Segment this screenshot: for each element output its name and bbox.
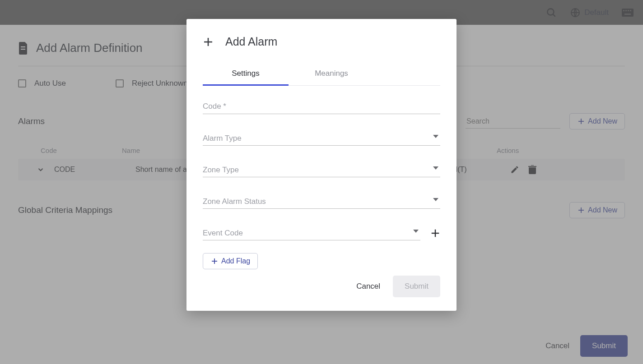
tab-settings[interactable]: Settings	[203, 63, 289, 86]
event-code-select[interactable]: Event Code	[203, 226, 420, 240]
code-field[interactable]: Code *	[203, 100, 440, 114]
modal-cancel-button[interactable]: Cancel	[356, 282, 380, 291]
plus-icon	[203, 37, 214, 47]
modal-submit-button: Submit	[393, 276, 440, 297]
zone-alarm-status-field[interactable]: Zone Alarm Status	[203, 194, 440, 209]
code-input[interactable]	[203, 100, 440, 114]
zone-alarm-status-select[interactable]: Zone Alarm Status	[203, 194, 440, 209]
alarm-type-select[interactable]: Alarm Type	[203, 131, 440, 146]
zone-type-select[interactable]: Zone Type	[203, 163, 440, 177]
event-code-field[interactable]: Event Code	[203, 226, 420, 240]
add-alarm-modal: Add Alarm Settings Meanings Code * Alarm…	[186, 19, 457, 311]
add-event-code-icon[interactable]	[430, 228, 440, 238]
modal-title: Add Alarm	[225, 35, 277, 48]
modal-tabs: Settings Meanings	[203, 63, 440, 86]
tab-meanings[interactable]: Meanings	[289, 63, 374, 85]
alarm-type-field[interactable]: Alarm Type	[203, 131, 440, 146]
zone-type-field[interactable]: Zone Type	[203, 163, 440, 177]
add-flag-button[interactable]: Add Flag	[203, 253, 258, 269]
